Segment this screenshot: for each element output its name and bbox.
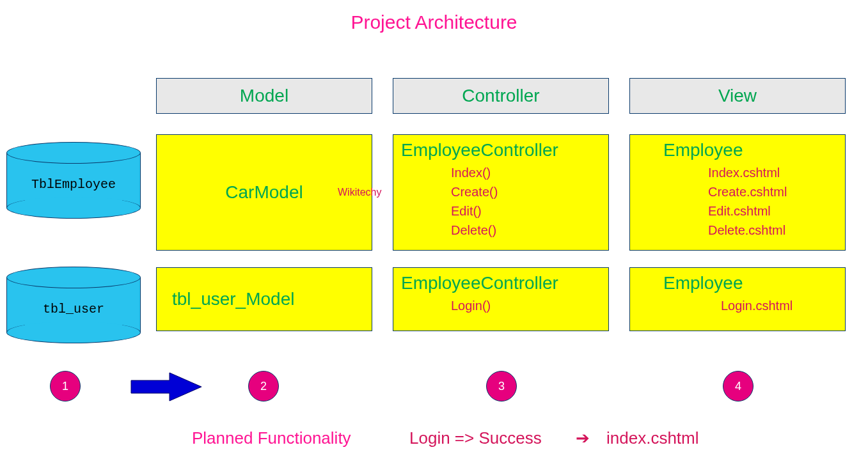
view-name: Employee: [663, 140, 837, 160]
database-label: TblEmployee: [6, 177, 141, 192]
step-badge-2: 2: [248, 371, 279, 402]
database-tbluser: tbl_user: [6, 267, 141, 343]
arrow-icon: [128, 371, 205, 403]
header-view: View: [629, 78, 846, 114]
step-badge-1: 1: [50, 371, 81, 402]
view-box-row2: Employee Login.cshtml: [629, 267, 846, 331]
footer-label: Planned Functionality: [192, 428, 351, 448]
view-name: Employee: [663, 273, 837, 293]
view-file: Edit.cshtml: [708, 201, 837, 221]
view-box-row1: Employee Index.cshtml Create.cshtml Edit…: [629, 134, 846, 251]
step-badge-4: 4: [723, 371, 754, 402]
controller-method: Delete(): [451, 221, 601, 240]
model-label: tbl_user_Model: [172, 289, 294, 309]
header-model: Model: [156, 78, 372, 114]
database-label: tbl_user: [6, 302, 141, 316]
model-box-tblusermodel: tbl_user_Model: [156, 267, 372, 331]
controller-method: Login(): [451, 296, 601, 315]
footer-flow-2: index.cshtml: [606, 428, 699, 448]
controller-method: Edit(): [451, 201, 601, 221]
diagram-title: Project Architecture: [0, 12, 868, 33]
controller-name: EmployeeController: [401, 140, 601, 160]
controller-name: EmployeeController: [401, 273, 601, 293]
view-file: Delete.cshtml: [708, 221, 837, 240]
controller-method: Create(): [451, 182, 601, 201]
database-tblemployee: TblEmployee: [6, 142, 141, 219]
controller-box-row1: EmployeeController Index() Create() Edit…: [393, 134, 609, 251]
svg-marker-0: [131, 373, 201, 401]
step-badge-3: 3: [486, 371, 517, 402]
controller-method: Index(): [451, 163, 601, 182]
controller-box-row2: EmployeeController Login(): [393, 267, 609, 331]
view-file: Index.cshtml: [708, 163, 837, 182]
model-label: CarModel: [225, 182, 303, 203]
view-file: Create.cshtml: [708, 182, 837, 201]
footer-flow-1: Login => Success: [409, 428, 542, 448]
view-file: Login.cshtml: [721, 296, 837, 315]
footer-arrow-icon: ➔: [576, 428, 590, 448]
header-controller: Controller: [393, 78, 609, 114]
watermark: Wikitechy: [338, 187, 381, 198]
